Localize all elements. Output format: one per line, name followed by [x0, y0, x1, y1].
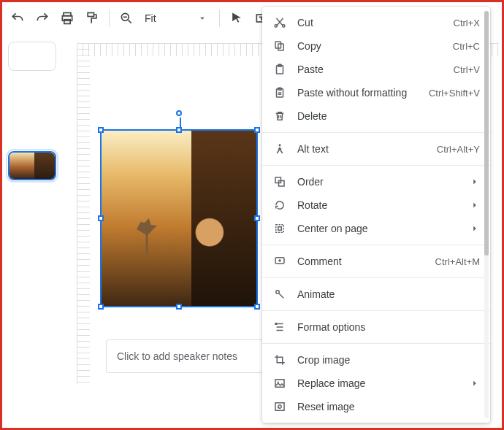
paste-plain-icon: [272, 85, 287, 100]
context-menu-item-label: Alt text: [297, 143, 427, 155]
zoom-label: Fit: [145, 12, 193, 24]
cut-icon: [272, 15, 287, 30]
resize-handle-br[interactable]: [254, 304, 260, 310]
context-menu-separator: [262, 132, 490, 133]
toolbar-divider: [109, 9, 110, 27]
context-menu-item[interactable]: CopyCtrl+C: [262, 34, 490, 58]
image-content: [102, 131, 256, 306]
context-menu-item-label: Cut: [297, 17, 443, 28]
resize-handle-ml[interactable]: [98, 215, 104, 221]
resize-handle-tl[interactable]: [98, 127, 104, 133]
delete-icon: [272, 109, 287, 123]
context-menu-separator: [262, 165, 490, 166]
context-menu-item[interactable]: Rotate: [262, 193, 490, 217]
submenu-arrow-icon: [470, 200, 480, 210]
chevron-down-icon: [197, 13, 207, 23]
zoom-out-button[interactable]: [115, 7, 137, 29]
format-options-icon: [272, 320, 287, 334]
animate-icon: [272, 287, 287, 302]
rotate-icon: [272, 198, 287, 212]
context-menu-item[interactable]: Reset image: [262, 395, 490, 418]
slide-thumb-selected[interactable]: [8, 151, 56, 180]
context-menu-item-label: Center on page: [297, 223, 459, 234]
context-menu-item[interactable]: Paste without formattingCtrl+Shift+V: [262, 81, 490, 104]
context-menu-item-label: Rotate: [297, 199, 459, 211]
context-menu-item-label: Reset image: [297, 401, 480, 412]
alt-text-icon: [272, 142, 287, 156]
context-menu-item[interactable]: Format options: [262, 315, 490, 339]
context-menu-item[interactable]: Crop image: [262, 348, 490, 372]
undo-button[interactable]: [7, 7, 28, 29]
resize-handle-mr[interactable]: [254, 215, 260, 221]
context-menu-separator: [262, 277, 490, 278]
paste-icon: [272, 62, 287, 77]
paint-format-button[interactable]: [81, 7, 103, 29]
context-menu-item[interactable]: Replace image: [262, 372, 490, 395]
context-menu-item-label: Copy: [297, 40, 443, 52]
zoom-select[interactable]: Fit: [140, 7, 213, 29]
crop-icon: [272, 353, 287, 367]
replace-image-icon: [272, 376, 287, 391]
submenu-arrow-icon: [470, 223, 480, 234]
context-menu-item-shortcut: Ctrl+X: [454, 18, 480, 28]
context-menu-item-label: Paste: [297, 64, 443, 75]
speaker-notes-placeholder: Click to add speaker notes: [117, 350, 237, 362]
context-menu-item-label: Crop image: [297, 354, 480, 366]
context-menu-item[interactable]: PasteCtrl+V: [262, 58, 490, 81]
comment-icon: [272, 254, 287, 269]
context-menu-item[interactable]: Delete: [262, 104, 490, 128]
context-menu-item-label: Paste without formatting: [297, 87, 419, 99]
context-menu-separator: [262, 245, 490, 245]
context-menu-item-shortcut: Ctrl+Alt+M: [435, 256, 480, 267]
context-menu-item[interactable]: CutCtrl+X: [262, 11, 490, 34]
context-menu-item-label: Replace image: [297, 377, 459, 389]
context-menu-item[interactable]: CommentCtrl+Alt+M: [262, 250, 490, 273]
copy-icon: [272, 39, 287, 53]
redo-button[interactable]: [31, 7, 53, 29]
context-menu-item-shortcut: Ctrl+C: [453, 41, 480, 52]
select-tool-button[interactable]: [226, 7, 248, 29]
submenu-arrow-icon: [470, 177, 480, 187]
resize-handle-tm[interactable]: [176, 127, 182, 133]
toolbar-divider: [219, 9, 220, 27]
selected-image[interactable]: [100, 129, 258, 307]
context-menu-item-shortcut: Ctrl+Alt+Y: [437, 144, 480, 155]
context-menu-item[interactable]: Animate: [262, 283, 490, 306]
context-menu-separator: [262, 343, 490, 344]
resize-handle-bl[interactable]: [98, 304, 104, 310]
ruler-vertical: [77, 43, 90, 384]
rotation-handle[interactable]: [176, 110, 182, 116]
slide-thumb-blank[interactable]: [8, 42, 56, 71]
print-button[interactable]: [56, 7, 78, 29]
context-menu-item-shortcut: Ctrl+Shift+V: [429, 88, 480, 99]
context-menu-item-label: Comment: [297, 256, 425, 267]
context-menu-item[interactable]: Center on page: [262, 217, 490, 240]
context-menu-item-label: Animate: [297, 288, 480, 300]
order-icon: [272, 174, 287, 189]
resize-handle-tr[interactable]: [254, 127, 260, 133]
center-icon: [272, 221, 287, 236]
svg-rect-3: [88, 13, 93, 17]
context-menu-item-shortcut: Ctrl+V: [454, 64, 480, 75]
resize-handle-bm[interactable]: [176, 304, 182, 310]
context-menu-item-label: Delete: [297, 110, 480, 122]
context-menu-item[interactable]: Alt textCtrl+Alt+Y: [262, 137, 490, 161]
filmstrip: [2, 34, 64, 428]
reset-image-icon: [272, 399, 287, 414]
submenu-arrow-icon: [470, 378, 480, 388]
context-menu-item[interactable]: Order: [262, 170, 490, 193]
context-menu-item-label: Order: [297, 176, 459, 188]
context-menu: CutCtrl+XCopyCtrl+CPasteCtrl+VPaste with…: [262, 7, 490, 423]
context-menu-item-label: Format options: [297, 321, 480, 333]
context-menu-separator: [262, 310, 490, 311]
